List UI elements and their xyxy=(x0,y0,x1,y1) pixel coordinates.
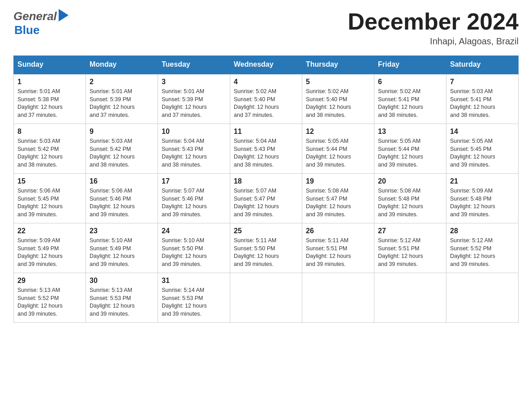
day-info: Sunrise: 5:05 AMSunset: 5:45 PMDaylight:… xyxy=(450,137,515,169)
calendar-subtitle: Inhapi, Alagoas, Brazil xyxy=(348,36,519,47)
day-number: 23 xyxy=(90,227,154,235)
day-number: 14 xyxy=(450,128,515,136)
day-cell: 24Sunrise: 5:10 AMSunset: 5:50 PMDayligh… xyxy=(158,223,230,273)
day-number: 8 xyxy=(17,128,82,136)
day-cell xyxy=(374,273,446,323)
day-cell: 17Sunrise: 5:07 AMSunset: 5:46 PMDayligh… xyxy=(158,174,230,223)
day-info: Sunrise: 5:12 AMSunset: 5:52 PMDaylight:… xyxy=(450,237,515,268)
day-info: Sunrise: 5:06 AMSunset: 5:45 PMDaylight:… xyxy=(17,187,82,218)
day-number: 13 xyxy=(378,128,442,136)
week-row-3: 15Sunrise: 5:06 AMSunset: 5:45 PMDayligh… xyxy=(14,174,519,223)
day-cell: 3Sunrise: 5:01 AMSunset: 5:39 PMDaylight… xyxy=(158,74,230,124)
day-cell xyxy=(302,273,374,323)
day-cell: 15Sunrise: 5:06 AMSunset: 5:45 PMDayligh… xyxy=(14,174,86,223)
logo-blue-text: Blue xyxy=(14,23,39,37)
day-cell: 27Sunrise: 5:12 AMSunset: 5:51 PMDayligh… xyxy=(374,223,446,273)
day-info: Sunrise: 5:10 AMSunset: 5:49 PMDaylight:… xyxy=(90,237,154,268)
day-cell: 5Sunrise: 5:02 AMSunset: 5:40 PMDaylight… xyxy=(302,74,374,124)
svg-marker-0 xyxy=(59,9,69,21)
day-cell xyxy=(230,273,302,323)
day-cell: 22Sunrise: 5:09 AMSunset: 5:49 PMDayligh… xyxy=(14,223,86,273)
day-number: 18 xyxy=(234,177,298,185)
day-cell: 20Sunrise: 5:08 AMSunset: 5:48 PMDayligh… xyxy=(374,174,446,223)
day-cell: 21Sunrise: 5:09 AMSunset: 5:48 PMDayligh… xyxy=(446,174,519,223)
day-number: 11 xyxy=(234,128,298,136)
day-cell: 19Sunrise: 5:08 AMSunset: 5:47 PMDayligh… xyxy=(302,174,374,223)
day-cell: 25Sunrise: 5:11 AMSunset: 5:50 PMDayligh… xyxy=(230,223,302,273)
logo-blue-row: Blue xyxy=(13,23,39,37)
logo-general-text: General xyxy=(13,9,57,23)
day-cell: 2Sunrise: 5:01 AMSunset: 5:39 PMDaylight… xyxy=(86,74,158,124)
day-cell: 9Sunrise: 5:03 AMSunset: 5:42 PMDaylight… xyxy=(86,124,158,174)
day-number: 20 xyxy=(378,177,442,185)
day-cell xyxy=(446,273,519,323)
day-cell: 28Sunrise: 5:12 AMSunset: 5:52 PMDayligh… xyxy=(446,223,519,273)
calendar-title: December 2024 xyxy=(348,9,519,34)
day-cell: 1Sunrise: 5:01 AMSunset: 5:38 PMDaylight… xyxy=(14,74,86,124)
day-cell: 13Sunrise: 5:05 AMSunset: 5:44 PMDayligh… xyxy=(374,124,446,174)
day-info: Sunrise: 5:07 AMSunset: 5:46 PMDaylight:… xyxy=(162,187,226,218)
day-number: 1 xyxy=(17,78,82,86)
day-info: Sunrise: 5:13 AMSunset: 5:53 PMDaylight:… xyxy=(90,287,154,318)
day-cell: 31Sunrise: 5:14 AMSunset: 5:53 PMDayligh… xyxy=(158,273,230,323)
day-number: 4 xyxy=(234,78,298,86)
day-cell: 26Sunrise: 5:11 AMSunset: 5:51 PMDayligh… xyxy=(302,223,374,273)
title-area: December 2024 Inhapi, Alagoas, Brazil xyxy=(348,9,519,47)
day-number: 21 xyxy=(450,177,515,185)
day-number: 6 xyxy=(378,78,442,86)
header-cell-thursday: Thursday xyxy=(302,56,374,74)
day-info: Sunrise: 5:10 AMSunset: 5:50 PMDaylight:… xyxy=(162,237,226,268)
header-cell-monday: Monday xyxy=(86,56,158,74)
day-cell: 23Sunrise: 5:10 AMSunset: 5:49 PMDayligh… xyxy=(86,223,158,273)
day-number: 31 xyxy=(162,277,226,285)
day-cell: 30Sunrise: 5:13 AMSunset: 5:53 PMDayligh… xyxy=(86,273,158,323)
day-cell: 11Sunrise: 5:04 AMSunset: 5:43 PMDayligh… xyxy=(230,124,302,174)
day-info: Sunrise: 5:02 AMSunset: 5:40 PMDaylight:… xyxy=(306,88,370,119)
day-info: Sunrise: 5:11 AMSunset: 5:51 PMDaylight:… xyxy=(306,237,370,268)
day-info: Sunrise: 5:13 AMSunset: 5:52 PMDaylight:… xyxy=(17,287,82,318)
day-info: Sunrise: 5:05 AMSunset: 5:44 PMDaylight:… xyxy=(306,137,370,169)
day-number: 26 xyxy=(306,227,370,235)
day-info: Sunrise: 5:04 AMSunset: 5:43 PMDaylight:… xyxy=(234,137,298,169)
day-info: Sunrise: 5:01 AMSunset: 5:39 PMDaylight:… xyxy=(162,88,226,119)
day-number: 5 xyxy=(306,78,370,86)
day-info: Sunrise: 5:08 AMSunset: 5:47 PMDaylight:… xyxy=(306,187,370,218)
day-cell: 12Sunrise: 5:05 AMSunset: 5:44 PMDayligh… xyxy=(302,124,374,174)
day-info: Sunrise: 5:08 AMSunset: 5:48 PMDaylight:… xyxy=(378,187,442,218)
day-number: 2 xyxy=(90,78,154,86)
day-number: 12 xyxy=(306,128,370,136)
day-number: 15 xyxy=(17,177,82,185)
week-row-5: 29Sunrise: 5:13 AMSunset: 5:52 PMDayligh… xyxy=(14,273,519,323)
header-cell-tuesday: Tuesday xyxy=(158,56,230,74)
day-number: 22 xyxy=(17,227,82,235)
calendar-table: SundayMondayTuesdayWednesdayThursdayFrid… xyxy=(13,56,519,323)
day-cell: 29Sunrise: 5:13 AMSunset: 5:52 PMDayligh… xyxy=(14,273,86,323)
week-row-4: 22Sunrise: 5:09 AMSunset: 5:49 PMDayligh… xyxy=(14,223,519,273)
day-cell: 8Sunrise: 5:03 AMSunset: 5:42 PMDaylight… xyxy=(14,124,86,174)
page-header: General Blue December 2024 Inhapi, Alago… xyxy=(13,9,519,47)
day-info: Sunrise: 5:02 AMSunset: 5:40 PMDaylight:… xyxy=(234,88,298,119)
day-info: Sunrise: 5:01 AMSunset: 5:39 PMDaylight:… xyxy=(90,88,154,119)
day-info: Sunrise: 5:01 AMSunset: 5:38 PMDaylight:… xyxy=(17,88,82,119)
header-cell-wednesday: Wednesday xyxy=(230,56,302,74)
day-number: 24 xyxy=(162,227,226,235)
logo-arrow-icon xyxy=(59,9,69,23)
day-number: 17 xyxy=(162,177,226,185)
day-info: Sunrise: 5:12 AMSunset: 5:51 PMDaylight:… xyxy=(378,237,442,268)
calendar-header: SundayMondayTuesdayWednesdayThursdayFrid… xyxy=(14,56,519,74)
day-info: Sunrise: 5:05 AMSunset: 5:44 PMDaylight:… xyxy=(378,137,442,169)
day-cell: 10Sunrise: 5:04 AMSunset: 5:43 PMDayligh… xyxy=(158,124,230,174)
day-number: 30 xyxy=(90,277,154,285)
header-cell-friday: Friday xyxy=(374,56,446,74)
logo-wrapper: General xyxy=(13,9,69,23)
day-info: Sunrise: 5:09 AMSunset: 5:49 PMDaylight:… xyxy=(17,237,82,268)
week-row-2: 8Sunrise: 5:03 AMSunset: 5:42 PMDaylight… xyxy=(14,124,519,174)
day-info: Sunrise: 5:11 AMSunset: 5:50 PMDaylight:… xyxy=(234,237,298,268)
day-number: 25 xyxy=(234,227,298,235)
day-info: Sunrise: 5:03 AMSunset: 5:41 PMDaylight:… xyxy=(450,88,515,119)
day-cell: 6Sunrise: 5:02 AMSunset: 5:41 PMDaylight… xyxy=(374,74,446,124)
day-number: 3 xyxy=(162,78,226,86)
day-info: Sunrise: 5:03 AMSunset: 5:42 PMDaylight:… xyxy=(90,137,154,169)
day-number: 19 xyxy=(306,177,370,185)
logo-area: General Blue xyxy=(13,9,69,37)
